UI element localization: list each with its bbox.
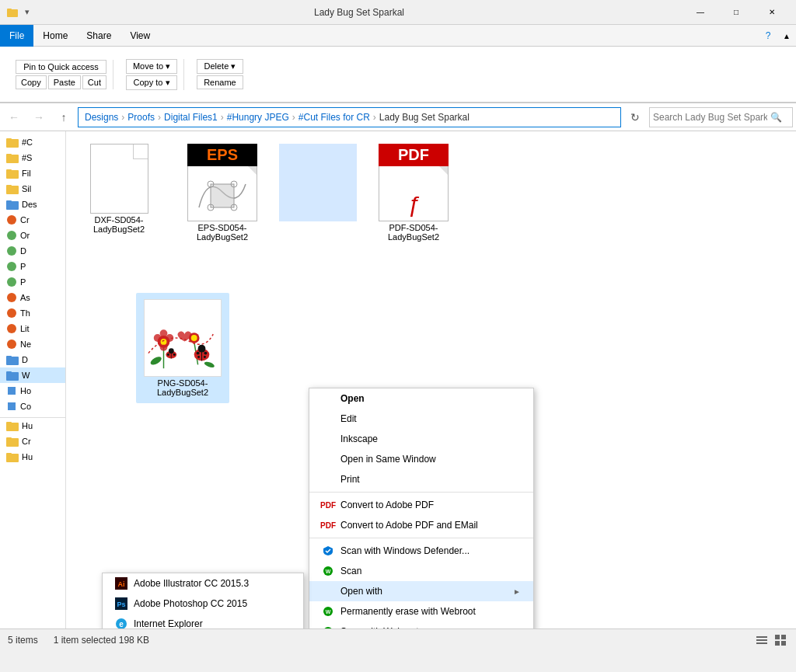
svg-point-55 (204, 356, 206, 358)
sidebar-item-w[interactable]: W (0, 367, 65, 383)
submenu-ie[interactable]: e Internet Explorer (103, 614, 303, 628)
svg-rect-81 (756, 642, 767, 644)
sidebar-item-ho[interactable]: Ho (0, 383, 65, 399)
sidebar-item-des[interactable]: Des (0, 197, 65, 212)
sidebar-item-cr2[interactable]: Cr (0, 433, 65, 449)
file-item-eps[interactable]: EPS (172, 138, 273, 248)
address-path[interactable]: Designs › Proofs › Digital Files1 › #Hun… (78, 107, 621, 127)
tab-home[interactable]: Home (33, 25, 77, 47)
sidebar-item-hu2[interactable]: Hu (0, 449, 65, 465)
breadcrumb-current[interactable]: Lady Bug Set Sparkal (379, 112, 470, 123)
close-button[interactable]: ✕ (754, 0, 790, 25)
sidebar-item-p2[interactable]: P (0, 274, 65, 290)
ctx-scan-webroot[interactable]: W Scan with Webroot (309, 622, 533, 628)
eps-label: EPS-SD054-LadyBugSet2 (183, 223, 261, 242)
eps-thumbnail: EPS (183, 144, 261, 221)
paste-btn[interactable]: Paste (48, 75, 81, 89)
file-area[interactable]: DXF-SD054-LadyBugSet2 EPS (66, 131, 796, 628)
ctx-edit[interactable]: Edit (309, 409, 533, 429)
svg-point-52 (197, 352, 200, 355)
view-large-icons-button[interactable] (773, 632, 788, 648)
sidebar-item-as[interactable]: As (0, 290, 65, 305)
ctx-scan[interactable]: W Scan (309, 561, 533, 581)
file-item-png[interactable]: PNG-SD054-LadyBugSet2 (136, 293, 229, 403)
up-button[interactable]: ↑ (53, 106, 75, 128)
breadcrumb-cut[interactable]: #Cut Files for CR (298, 112, 370, 123)
back-button[interactable]: ← (3, 106, 25, 128)
sidebar-label: Cr (20, 215, 30, 225)
folder-icon (6, 152, 19, 163)
rename-ribbon-btn[interactable]: Rename (197, 75, 243, 89)
sidebar-item-th[interactable]: Th (0, 305, 65, 321)
delete-ribbon-btn[interactable]: Delete ▾ (197, 59, 243, 74)
help-button[interactable]: ? (759, 25, 777, 47)
sidebar-item-s[interactable]: #S (0, 150, 65, 165)
sidebar-item-d1[interactable]: D (0, 243, 65, 259)
ctx-convert-pdf-email[interactable]: PDF Convert to Adobe PDF and EMail (309, 515, 533, 535)
copy-to-btn[interactable]: Copy to ▾ (126, 75, 177, 90)
sidebar-item-hu[interactable]: Hu (0, 418, 65, 433)
tab-share[interactable]: Share (77, 25, 120, 47)
eps-preview (191, 169, 253, 219)
svg-rect-28 (6, 422, 12, 425)
view-details-button[interactable] (754, 632, 770, 648)
svg-rect-32 (6, 453, 12, 456)
ctx-scan-defender[interactable]: Scan with Windows Defender... (309, 541, 533, 561)
sidebar-item-or[interactable]: Or (0, 228, 65, 243)
sidebar-item-cr[interactable]: Cr (0, 212, 65, 228)
sidebar-item-sil[interactable]: Sil (0, 181, 65, 197)
svg-rect-9 (6, 185, 12, 188)
breadcrumb-proofs[interactable]: Proofs (127, 112, 155, 123)
file-item-pdf[interactable]: PDF ƒ PDF-SD054-LadyBugSet2 (363, 138, 464, 248)
open-with-arrow: ► (513, 587, 521, 596)
sidebar-item-c[interactable]: #C (0, 134, 65, 150)
svg-point-61 (149, 355, 162, 367)
ctx-open[interactable]: Open (309, 388, 533, 409)
cut-btn[interactable]: Cut (82, 75, 106, 89)
breadcrumb-designs[interactable]: Designs (85, 112, 118, 123)
window-controls: — □ ✕ (683, 0, 790, 25)
separator-2 (309, 538, 533, 538)
sidebar-label: Or (20, 231, 30, 240)
sidebar-item-p1[interactable]: P (0, 259, 65, 274)
svg-text:Ai: Ai (118, 580, 125, 588)
tab-file[interactable]: File (0, 25, 33, 47)
forward-button[interactable]: → (28, 106, 50, 128)
svg-point-19 (7, 324, 16, 333)
selection-info: 1 item selected 198 KB (54, 635, 149, 646)
sidebar-item-ne[interactable]: Ne (0, 336, 65, 352)
svg-point-15 (7, 262, 16, 271)
svg-rect-34 (211, 184, 234, 207)
maximize-button[interactable]: □ (718, 0, 754, 25)
copy-btn[interactable]: Copy (16, 75, 47, 89)
search-input[interactable] (650, 112, 770, 123)
submenu-ai[interactable]: Ai Adobe Illustrator CC 2015.3 (103, 573, 303, 594)
submenu-ps[interactable]: Ps Adobe Photoshop CC 2015 (103, 594, 303, 614)
sidebar-label: #S (22, 153, 32, 162)
tab-view[interactable]: View (120, 25, 159, 47)
ctx-open-same-window[interactable]: Open in Same Window (309, 449, 533, 469)
files-grid: DXF-SD054-LadyBugSet2 EPS (72, 138, 790, 248)
ctx-print[interactable]: Print (309, 469, 533, 489)
sidebar-item-lit[interactable]: Lit (0, 321, 65, 336)
sidebar-item-d2[interactable]: D (0, 352, 65, 367)
ctx-convert-pdf[interactable]: PDF Convert to Adobe PDF (309, 495, 533, 515)
sidebar-label: Co (20, 402, 31, 411)
ctx-inkscape[interactable]: Inkscape (309, 429, 533, 449)
pin-quick-access[interactable]: Pin to Quick access (16, 60, 106, 74)
refresh-button[interactable]: ↻ (624, 106, 646, 128)
minimize-button[interactable]: — (683, 0, 718, 25)
ctx-erase-webroot[interactable]: W Permanently erase with Webroot (309, 601, 533, 622)
breadcrumb-digital[interactable]: Digital Files1 (164, 112, 218, 123)
breadcrumb-hungry[interactable]: #Hungry JPEG (227, 112, 289, 123)
ribbon-collapse-button[interactable]: ▲ (777, 25, 796, 47)
svg-point-20 (7, 339, 16, 349)
separator-1 (309, 492, 533, 493)
file-item-dxf[interactable]: DXF-SD054-LadyBugSet2 (72, 138, 166, 248)
sidebar-item-fil[interactable]: Fil (0, 165, 65, 181)
ctx-open-with[interactable]: Open with ► (309, 581, 533, 601)
move-to-btn[interactable]: Move to ▾ (126, 59, 177, 74)
dxf-thumbnail (84, 144, 154, 214)
sidebar-item-co[interactable]: Co (0, 399, 65, 414)
search-box: 🔍 (649, 107, 793, 127)
